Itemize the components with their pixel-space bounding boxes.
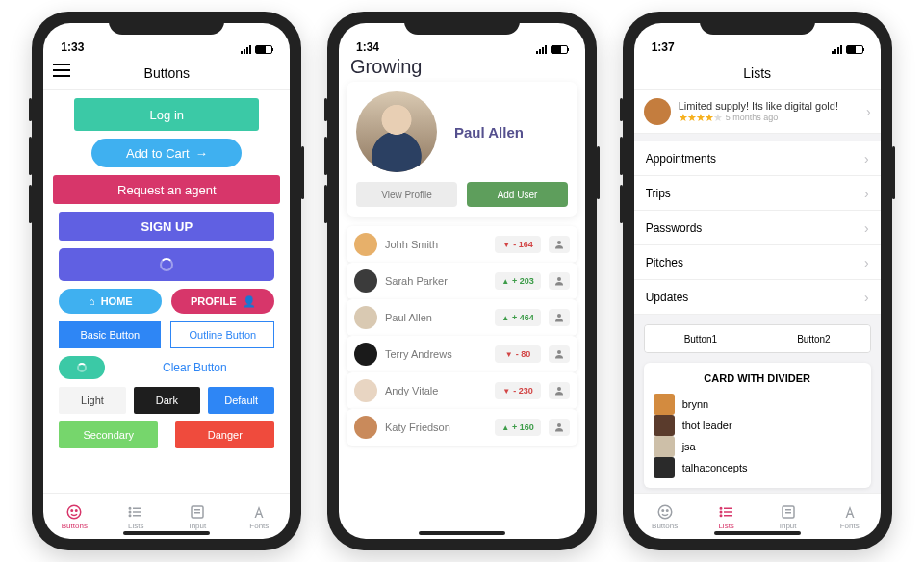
caret-up-icon: ▲ [501,314,509,322]
person-row[interactable]: thot leader [654,415,861,436]
user-action-button[interactable] [549,419,570,436]
member-row[interactable]: Paul Allen▲+ 464 [346,299,578,336]
basic-button[interactable]: Basic Button [59,321,161,348]
clock: 1:37 [652,40,675,54]
svg-point-7 [130,511,132,513]
user-action-button[interactable] [549,236,570,253]
score-badge: ▼- 80 [495,345,541,363]
menu-icon[interactable] [53,64,70,77]
add-user-button[interactable]: Add User [467,182,568,207]
profile-card: Paul Allen View Profile Add User [346,82,578,217]
score-badge: ▼- 164 [495,236,541,253]
member-row[interactable]: Sarah Parker▲+ 203 [346,263,578,299]
button1[interactable]: Button1 [645,325,758,352]
home-icon: ⌂ [89,295,95,307]
avatar [644,98,671,125]
profile-name: Paul Allen [454,124,524,140]
clear-button[interactable]: Clear Button [115,361,274,374]
list-item[interactable]: Pitches› [634,245,881,280]
pill-label: PROFILE [191,295,237,307]
add-to-cart-button[interactable]: Add to Cart → [91,139,242,167]
nav-bar: Lists [634,56,881,90]
request-agent-button[interactable]: Request an agent [53,175,280,204]
promo-subtitle: 5 months ago [726,113,779,122]
list-icon [127,503,144,521]
tab-label: Input [780,522,797,530]
tab-buttons[interactable]: Buttons [43,494,105,539]
star-rating: ★★★★★ [679,112,722,124]
avatar [354,379,377,402]
avatar [654,436,675,457]
svg-point-12 [557,241,561,244]
list-item[interactable]: Trips› [634,176,881,211]
tab-fonts[interactable]: Fonts [819,494,881,539]
svg-point-18 [658,505,672,519]
svg-point-2 [76,509,78,511]
signal-icon [832,45,842,54]
danger-button[interactable]: Danger [175,422,274,448]
login-button[interactable]: Log in [74,98,259,131]
member-row[interactable]: Andy Vitale▼- 230 [346,372,578,409]
clock: 1:33 [61,40,84,54]
user-action-button[interactable] [549,309,570,326]
member-row[interactable]: Katy Friedson▲+ 160 [346,409,578,446]
loading-pill[interactable] [59,356,105,379]
list-label: Pitches [646,256,683,269]
member-name: Johh Smith [385,239,487,250]
user-icon: 👤 [243,295,256,308]
avatar [654,394,675,415]
person-row[interactable]: brynn [654,394,861,415]
tab-label: Buttons [652,522,678,530]
avatar [654,457,675,478]
signup-button[interactable]: SIGN UP [59,212,274,241]
face-icon [656,503,674,521]
score-badge: ▲+ 203 [495,272,541,290]
loading-button[interactable] [59,248,274,281]
card-title: CARD WITH DIVIDER [654,372,861,384]
button2[interactable]: Button2 [757,325,870,352]
user-action-button[interactable] [549,272,570,290]
page-title: Buttons [144,65,190,81]
svg-point-0 [68,505,82,519]
list-item[interactable]: Appointments› [634,141,881,176]
page-title: Lists [743,65,771,81]
phone-lists: 1:37 Lists Limited supply! Its like digi… [623,12,892,550]
view-profile-button[interactable]: View Profile [356,182,457,207]
face-icon [65,503,83,521]
tab-buttons[interactable]: Buttons [634,494,696,539]
default-button[interactable]: Default [208,387,274,414]
home-pill[interactable]: ⌂ HOME [59,289,162,314]
secondary-button[interactable]: Secondary [59,422,158,448]
caret-down-icon: ▼ [502,241,510,249]
member-name: Paul Allen [385,312,487,323]
outline-button[interactable]: Outline Button [170,321,274,348]
svg-point-26 [720,515,722,517]
list-label: Updates [646,291,689,304]
user-action-button[interactable] [549,382,570,399]
status-bar: 1:33 [43,23,290,56]
promo-row[interactable]: Limited supply! Its like digital gold! ★… [634,90,881,134]
avatar [354,306,377,329]
status-bar: 1:37 [634,23,881,56]
caret-up-icon: ▲ [501,277,509,286]
list-item[interactable]: Passwords› [634,211,881,245]
list-item[interactable]: Updates› [634,280,881,315]
avatar [354,343,377,366]
user-action-button[interactable] [549,345,570,363]
member-row[interactable]: Terry Andrews▼- 80 [346,336,578,372]
member-row[interactable]: Johh Smith▼- 164 [346,226,578,263]
light-button[interactable]: Light [59,387,125,414]
dark-button[interactable]: Dark [134,387,200,414]
avatar [354,233,377,256]
tab-fonts[interactable]: Fonts [228,494,290,539]
clock: 1:34 [356,40,379,54]
signal-icon [241,45,251,54]
person-row[interactable]: talhaconcepts [654,457,861,478]
svg-point-15 [557,350,561,354]
person-row[interactable]: jsa [654,436,861,457]
member-name: Terry Andrews [385,348,487,360]
profile-pill[interactable]: PROFILE 👤 [171,289,274,314]
chevron-right-icon: › [864,290,869,305]
font-icon [841,503,859,521]
person-name: talhaconcepts [682,462,748,473]
